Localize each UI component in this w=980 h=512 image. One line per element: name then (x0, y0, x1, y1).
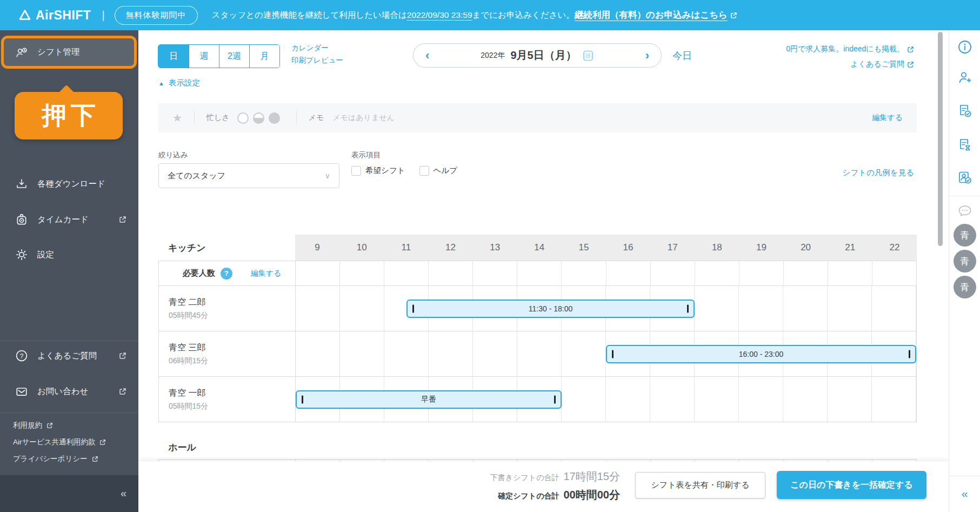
wish-shift-checkbox[interactable]: 希望シフト (351, 165, 405, 176)
time-cell[interactable] (783, 286, 828, 331)
time-cell[interactable] (429, 331, 473, 376)
time-cell[interactable] (429, 261, 473, 285)
staff-card-icon[interactable] (957, 170, 972, 185)
busyness-high-icon[interactable] (269, 112, 280, 124)
time-cell[interactable] (695, 286, 739, 331)
vertical-scrollbar[interactable] (938, 32, 943, 246)
time-cell[interactable] (340, 286, 384, 331)
help-checkbox[interactable]: ヘルプ (419, 165, 458, 176)
add-staff-icon[interactable] (957, 70, 972, 85)
time-cell[interactable] (739, 261, 784, 285)
sidebar-item-faq[interactable]: ? よくあるご質問 (0, 344, 138, 368)
time-cell[interactable] (473, 261, 517, 285)
time-cell[interactable] (650, 377, 695, 422)
time-cell[interactable] (296, 331, 340, 376)
shift-bar[interactable]: 11:30 - 18:00 (406, 300, 695, 318)
shift-bar[interactable]: 早番 (296, 390, 562, 409)
time-cell[interactable] (562, 331, 606, 376)
help-badge-icon[interactable]: ? (221, 268, 232, 280)
shift-resize-handle-left[interactable] (412, 304, 414, 312)
time-cell[interactable] (651, 261, 695, 285)
terms-link[interactable]: 利用規約 (13, 421, 53, 430)
time-cell[interactable] (739, 377, 783, 422)
time-cell[interactable] (695, 377, 739, 422)
privacy-link[interactable]: プライバシーポリシー (13, 454, 98, 464)
memo-edit-link[interactable]: 編集する (872, 113, 903, 123)
recruit-link[interactable]: 0円で求人募集。indeedにも掲載。 (786, 44, 914, 54)
time-cell[interactable] (473, 331, 517, 376)
time-cell[interactable] (872, 261, 916, 285)
share-print-button[interactable]: シフト表を共有・印刷する (635, 472, 765, 498)
info-icon[interactable] (957, 39, 972, 55)
print-preview-link[interactable]: 印刷プレビュー (291, 56, 343, 65)
shift-bar[interactable]: 16:00 - 23:00 (606, 345, 916, 363)
sidebar-item-shift-management[interactable]: シフト管理 (0, 40, 138, 64)
time-cell[interactable] (562, 261, 606, 285)
calendar-icon[interactable] (582, 49, 594, 62)
busyness-low-icon[interactable] (237, 112, 249, 124)
shift-resize-handle-right[interactable] (687, 304, 689, 312)
shift-legend-link[interactable]: シフトの凡例を見る (842, 168, 914, 178)
time-cell[interactable] (517, 331, 562, 376)
time-cell[interactable] (872, 286, 916, 331)
time-cell[interactable] (828, 261, 872, 285)
staff-filter-select[interactable]: 全てのスタッフ ∨ (158, 163, 339, 188)
time-cell[interactable] (340, 261, 384, 285)
star-icon[interactable]: ★ (172, 111, 182, 124)
shift-approved-icon[interactable] (957, 103, 972, 118)
paid-signup-link[interactable]: 継続利用（有料）のお申込みはこちら (575, 9, 737, 21)
time-cell[interactable] (872, 377, 916, 422)
prev-day-button[interactable]: ‹ (425, 50, 429, 62)
tab-day[interactable]: 日 (158, 45, 189, 68)
shift-resize-handle-right[interactable] (909, 350, 910, 358)
busyness-mid-icon[interactable] (253, 112, 264, 124)
staff-avatar[interactable]: 青 (954, 250, 976, 272)
edit-required-link[interactable]: 編集する (251, 269, 282, 278)
memo-placeholder[interactable]: メモはありません (332, 113, 395, 123)
sidebar-item-contact[interactable]: お問い合わせ (0, 380, 138, 403)
time-cell[interactable] (739, 286, 783, 331)
faq-header-link[interactable]: よくあるご質問 (786, 59, 914, 69)
current-date[interactable]: 2022年 9月5日（月） (429, 48, 645, 63)
time-cell[interactable] (784, 261, 828, 285)
air-terms-link[interactable]: Airサービス共通利用約款 (13, 437, 106, 447)
time-cell[interactable] (384, 261, 429, 285)
today-button[interactable]: 今日 (672, 49, 692, 62)
time-cell[interactable] (695, 261, 739, 285)
rail-collapse-button[interactable]: « (962, 487, 968, 500)
time-cell[interactable] (384, 331, 429, 376)
shift-resize-handle-right[interactable] (554, 395, 556, 403)
time-cell[interactable] (606, 377, 650, 422)
time-cell[interactable] (296, 261, 340, 285)
time-cell[interactable] (562, 377, 606, 422)
shift-pending-icon[interactable] (957, 137, 972, 152)
next-day-button[interactable]: › (645, 50, 649, 62)
tab-month[interactable]: 月 (249, 45, 279, 68)
staff-avatar[interactable]: 青 (954, 224, 976, 247)
time-cell[interactable] (606, 261, 651, 285)
time-cell[interactable] (828, 286, 872, 331)
confirm-drafts-button[interactable]: この日の下書きを一括確定する (777, 471, 926, 499)
staff-avatar[interactable]: 青 (954, 276, 976, 298)
checkbox-icon[interactable] (351, 166, 361, 176)
time-cell[interactable] (296, 286, 340, 331)
sidebar-item-timecard[interactable]: タイムカード (0, 208, 138, 231)
time-cell[interactable] (517, 261, 562, 285)
time-cell[interactable] (828, 377, 872, 422)
chat-icon[interactable] (957, 203, 972, 218)
time-cell[interactable] (340, 331, 384, 376)
sidebar-collapse-button[interactable]: « (121, 487, 126, 500)
checkbox-icon[interactable] (419, 166, 429, 176)
sidebar-item-settings[interactable]: 設定 (0, 243, 138, 267)
airshift-logo[interactable]: AirSHIFT (18, 8, 91, 23)
display-settings-toggle[interactable]: ▲ 表示設定 (158, 78, 200, 88)
staff-row: 青空 一郎05時間15分早番 (159, 376, 916, 422)
tab-2week[interactable]: 2週 (219, 45, 249, 68)
tab-week[interactable]: 週 (189, 45, 219, 68)
time-cell[interactable] (783, 377, 828, 422)
chevron-up-icon: ▲ (158, 80, 164, 87)
sidebar-item-downloads[interactable]: 各種ダウンロード (0, 172, 138, 196)
shift-resize-handle-left[interactable] (302, 395, 303, 403)
shift-resize-handle-left[interactable] (612, 350, 614, 358)
calendar-link[interactable]: カレンダー (291, 43, 343, 53)
